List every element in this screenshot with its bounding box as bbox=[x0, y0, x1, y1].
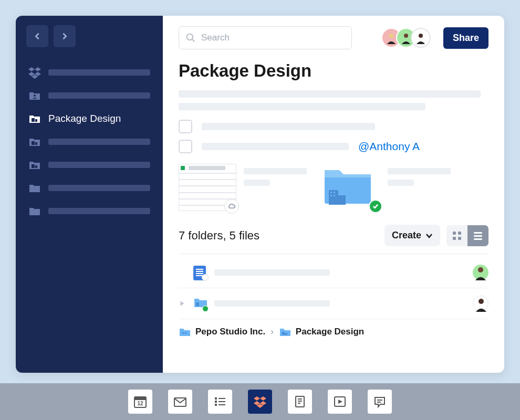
create-button-label: Create bbox=[392, 230, 421, 241]
svg-point-7 bbox=[187, 34, 193, 40]
grid-view-button[interactable] bbox=[446, 225, 467, 246]
svg-point-24 bbox=[478, 267, 483, 272]
file-meta-placeholder bbox=[244, 180, 270, 186]
svg-rect-6 bbox=[35, 165, 37, 168]
sidebar-item-folder1[interactable] bbox=[23, 177, 155, 198]
checklist-item[interactable]: @Anthony A bbox=[179, 140, 488, 153]
file-row[interactable] bbox=[179, 257, 488, 288]
svg-point-26 bbox=[479, 299, 484, 304]
svg-rect-23 bbox=[474, 238, 482, 240]
building-folder-icon bbox=[28, 112, 41, 125]
svg-rect-14 bbox=[334, 192, 335, 193]
sidebar-placeholder bbox=[48, 208, 150, 214]
svg-rect-19 bbox=[453, 237, 456, 240]
svg-rect-12 bbox=[338, 195, 346, 205]
checkbox[interactable] bbox=[179, 120, 192, 133]
svg-text:12: 12 bbox=[137, 401, 143, 406]
spreadsheet-thumbnail bbox=[179, 164, 236, 211]
dropbox-icon bbox=[28, 66, 41, 79]
dock: 12 bbox=[0, 383, 520, 420]
svg-rect-13 bbox=[330, 192, 332, 193]
svg-rect-22 bbox=[474, 235, 482, 237]
svg-rect-36 bbox=[219, 401, 225, 402]
checkbox[interactable] bbox=[179, 140, 192, 153]
avatar[interactable] bbox=[411, 28, 431, 48]
description-block bbox=[179, 90, 488, 110]
collaborator-avatars[interactable] bbox=[381, 28, 431, 48]
page-title: Package Design bbox=[179, 61, 488, 81]
file-card-folder[interactable] bbox=[323, 164, 451, 211]
search-input[interactable] bbox=[201, 33, 345, 43]
synced-badge bbox=[369, 200, 382, 213]
dock-mail[interactable] bbox=[168, 390, 192, 414]
file-card-spreadsheet[interactable] bbox=[179, 164, 307, 211]
dock-dropbox[interactable] bbox=[248, 390, 272, 414]
person-folder-icon bbox=[28, 89, 41, 102]
svg-point-10 bbox=[419, 34, 423, 38]
breadcrumb-item[interactable]: Package Design bbox=[279, 327, 364, 337]
svg-rect-20 bbox=[458, 237, 461, 240]
chevron-down-icon bbox=[425, 233, 433, 238]
list-view-button[interactable] bbox=[467, 225, 488, 246]
list-toolbar: 7 folders, 5 files Create bbox=[179, 225, 488, 254]
expand-triangle-icon[interactable] bbox=[179, 300, 186, 307]
doc-icon bbox=[193, 266, 207, 279]
share-button[interactable]: Share bbox=[443, 27, 488, 49]
building-icon bbox=[329, 190, 346, 205]
svg-rect-35 bbox=[215, 401, 217, 403]
chevron-left-icon bbox=[34, 33, 41, 40]
svg-rect-33 bbox=[215, 397, 217, 400]
svg-rect-5 bbox=[32, 164, 35, 168]
create-button[interactable]: Create bbox=[384, 225, 440, 246]
sidebar-placeholder bbox=[48, 69, 150, 76]
svg-rect-38 bbox=[219, 404, 225, 405]
sidebar-item-label: Package Design bbox=[48, 113, 121, 124]
back-button[interactable] bbox=[26, 25, 48, 47]
cloud-mini-badge bbox=[202, 274, 209, 281]
mention[interactable]: @Anthony A bbox=[358, 140, 420, 153]
building-folder-icon bbox=[28, 159, 41, 171]
dock-chat[interactable] bbox=[368, 390, 392, 414]
dock-calendar[interactable]: 12 bbox=[128, 390, 152, 414]
sidebar-item-team2[interactable] bbox=[23, 154, 155, 175]
svg-point-0 bbox=[34, 94, 36, 97]
svg-point-8 bbox=[389, 34, 393, 38]
sidebar-item-package-design[interactable]: Package Design bbox=[23, 108, 155, 129]
file-row[interactable] bbox=[179, 288, 488, 319]
owner-avatar[interactable] bbox=[473, 296, 488, 311]
folder-icon bbox=[28, 205, 41, 217]
chevron-right-icon bbox=[61, 33, 68, 40]
breadcrumb-label: Pepo Studio Inc. bbox=[195, 327, 265, 337]
svg-rect-37 bbox=[215, 404, 217, 406]
svg-rect-30 bbox=[134, 397, 146, 400]
owner-avatar[interactable] bbox=[473, 265, 488, 280]
sidebar-placeholder bbox=[48, 185, 150, 191]
dock-list[interactable] bbox=[208, 390, 232, 414]
svg-rect-34 bbox=[219, 398, 225, 399]
file-name-placeholder bbox=[388, 168, 451, 174]
search-box[interactable] bbox=[179, 26, 352, 49]
sidebar-nav: Package Design bbox=[16, 62, 163, 222]
sidebar-item-team1[interactable] bbox=[23, 131, 155, 152]
svg-rect-16 bbox=[334, 195, 335, 196]
item-counts: 7 folders, 5 files bbox=[179, 229, 378, 243]
synced-mini-badge bbox=[202, 306, 209, 312]
checklist-placeholder bbox=[202, 123, 375, 130]
svg-rect-18 bbox=[458, 232, 461, 235]
description-placeholder bbox=[179, 90, 481, 98]
forward-button[interactable] bbox=[54, 25, 76, 47]
file-cards bbox=[179, 164, 488, 211]
sidebar-item-folder2[interactable] bbox=[23, 201, 155, 222]
folder-mini-icon bbox=[193, 297, 207, 310]
sidebar-item-dropbox[interactable] bbox=[23, 62, 155, 83]
file-meta-placeholder bbox=[388, 180, 414, 186]
checklist-item[interactable] bbox=[179, 120, 488, 133]
cloud-badge bbox=[224, 199, 239, 214]
dock-doc[interactable] bbox=[288, 390, 312, 414]
breadcrumb-item[interactable]: Pepo Studio Inc. bbox=[179, 327, 265, 337]
folder-thumbnail bbox=[323, 164, 380, 211]
sidebar-item-personal[interactable] bbox=[23, 85, 155, 106]
dock-play[interactable] bbox=[328, 390, 352, 414]
svg-rect-17 bbox=[453, 232, 456, 235]
breadcrumb-separator: › bbox=[271, 327, 274, 337]
